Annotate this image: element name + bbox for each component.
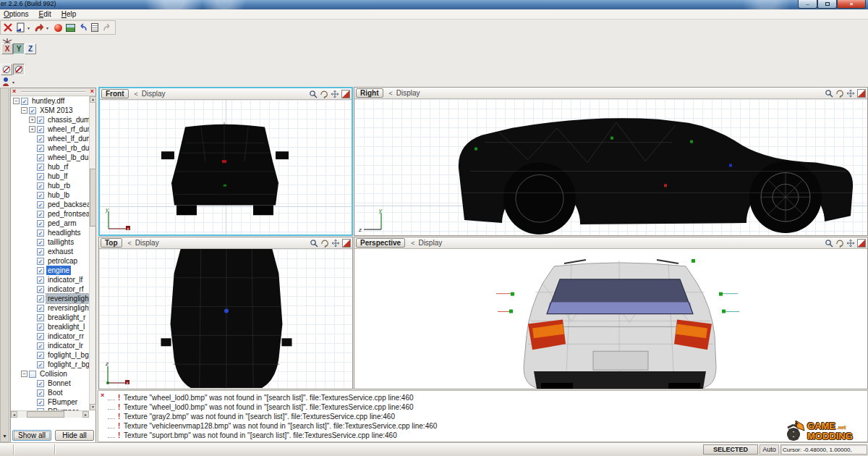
- maximize-button[interactable]: [817, 0, 837, 9]
- viewport-top[interactable]: Top < Display: [98, 237, 353, 389]
- tree-item-x5m-2013[interactable]: −✓X5M 2013: [11, 106, 89, 115]
- visibility-checkbox[interactable]: ✓: [37, 192, 44, 199]
- visibility-checkbox[interactable]: [29, 371, 36, 378]
- material-sphere-icon[interactable]: [53, 22, 63, 33]
- tree-item-reversinglight-l[interactable]: ✓reversinglight_l: [11, 294, 89, 303]
- visibility-checkbox[interactable]: ✓: [37, 295, 44, 303]
- zoom-icon[interactable]: [309, 238, 318, 248]
- viewport-front[interactable]: Front < Display: [98, 87, 353, 236]
- display-menu[interactable]: < Display: [389, 89, 420, 97]
- viewport-perspective-button[interactable]: Perspective: [356, 238, 405, 248]
- log-message[interactable]: !Texture "wheel_lod0.bmp" was not found …: [108, 402, 866, 412]
- menu-help[interactable]: Help: [61, 10, 77, 18]
- export-file-icon[interactable]: [34, 22, 44, 33]
- scroll-down-icon[interactable]: ▼: [90, 404, 96, 410]
- display-menu[interactable]: < Display: [411, 239, 442, 247]
- zoom-icon[interactable]: [824, 238, 833, 248]
- visibility-checkbox[interactable]: ✓: [37, 352, 44, 359]
- visibility-checkbox[interactable]: ✓: [37, 267, 44, 274]
- visibility-checkbox[interactable]: ✓: [37, 135, 44, 143]
- visibility-checkbox[interactable]: ✓: [21, 98, 28, 105]
- rotation-lock-pressed-icon[interactable]: [13, 64, 25, 75]
- visibility-checkbox[interactable]: ✓: [37, 286, 44, 293]
- tree-item-wheel-rf-dumm[interactable]: +✓wheel_rf_dumm: [11, 124, 89, 134]
- import-dropdown-icon[interactable]: ▾: [27, 25, 32, 30]
- visibility-checkbox[interactable]: ✓: [37, 229, 44, 237]
- tree-item-hub-lf[interactable]: ✓hub_lf: [11, 172, 89, 181]
- viewport-perspective-canvas[interactable]: [354, 249, 867, 389]
- undo-icon[interactable]: [77, 22, 88, 33]
- minus-expander-icon[interactable]: −: [13, 98, 20, 104]
- display-menu[interactable]: < Display: [128, 239, 159, 247]
- visibility-checkbox[interactable]: ✓: [37, 182, 44, 190]
- visibility-checkbox[interactable]: ✓: [37, 117, 44, 124]
- visibility-checkbox[interactable]: ✓: [37, 324, 44, 331]
- tree-item-indicator-lr[interactable]: ✓indicator_lr: [11, 341, 89, 350]
- rotate-view-icon[interactable]: [835, 238, 844, 248]
- panel-grip[interactable]: [21, 91, 85, 93]
- tree-item-bonnet[interactable]: ✓Bonnet: [11, 379, 89, 388]
- minus-expander-icon[interactable]: −: [21, 371, 27, 377]
- log-close-icon[interactable]: ×: [101, 392, 104, 399]
- axis-x-button[interactable]: X: [1, 43, 13, 54]
- viewport-right[interactable]: Right < Display: [354, 87, 868, 236]
- axis-z-button[interactable]: Z: [25, 43, 36, 54]
- visibility-checkbox[interactable]: ✓: [37, 126, 44, 133]
- redo-icon[interactable]: [102, 22, 112, 33]
- viewport-top-canvas[interactable]: z x: [99, 249, 352, 389]
- scroll-right-icon[interactable]: ►: [82, 411, 89, 418]
- pose-tool-icon[interactable]: ▾: [1, 77, 17, 87]
- visibility-checkbox[interactable]: ✓: [37, 361, 44, 368]
- viewport-right-canvas[interactable]: y z: [354, 99, 867, 235]
- visibility-checkbox[interactable]: ✓: [37, 314, 44, 321]
- tree-item-taillights[interactable]: ✓taillights: [11, 237, 89, 247]
- visibility-checkbox[interactable]: ✓: [37, 258, 44, 265]
- tree-horizontal-scrollbar[interactable]: ◄ ►: [11, 410, 89, 418]
- visibility-checkbox[interactable]: ✓: [37, 342, 44, 350]
- rotate-view-icon[interactable]: [835, 88, 844, 98]
- pose-dropdown-icon[interactable]: ▾: [12, 80, 17, 85]
- log-message[interactable]: !Texture "wheel_lod0.bmp" was not found …: [108, 393, 866, 402]
- visibility-checkbox[interactable]: ✓: [37, 164, 44, 171]
- viewport-front-button[interactable]: Front: [101, 89, 129, 98]
- import-file-icon[interactable]: [15, 22, 25, 33]
- dock-close-icon[interactable]: ×: [12, 88, 16, 95]
- tree-item-ped-arm[interactable]: ✓ped_arm: [11, 219, 89, 228]
- tree-item-exhaust[interactable]: ✓exhaust: [11, 247, 89, 256]
- zoom-icon[interactable]: [308, 89, 318, 98]
- log-message[interactable]: !Texture "vehicleenvmap128.bmp" was not …: [108, 421, 866, 431]
- panel-close-icon[interactable]: ×: [90, 88, 94, 95]
- tree-item-petrolcap[interactable]: ✓petrolcap: [11, 256, 89, 266]
- minus-expander-icon[interactable]: −: [21, 107, 27, 114]
- tree-item-indicator-lf[interactable]: ✓indicator_lf: [11, 275, 89, 284]
- viewport-top-button[interactable]: Top: [101, 238, 122, 248]
- pan-icon[interactable]: [846, 88, 855, 98]
- visibility-checkbox[interactable]: ✓: [37, 145, 44, 152]
- auto-mode-indicator[interactable]: Auto: [760, 444, 779, 455]
- rotation-lock-icon[interactable]: [1, 64, 12, 75]
- delete-icon[interactable]: [3, 22, 13, 33]
- display-menu[interactable]: < Display: [135, 90, 166, 98]
- scroll-left-icon[interactable]: ◄: [11, 411, 17, 418]
- tree-item-fbumper[interactable]: ✓FBumper: [11, 397, 89, 407]
- axis-y-button[interactable]: Y: [13, 43, 25, 54]
- tree-item-reversinglight-r[interactable]: ✓reversinglight_r: [11, 303, 89, 313]
- tree-item-headlights[interactable]: ✓headlights: [11, 228, 89, 237]
- tree-item-indicator-rr[interactable]: ✓indicator_rr: [11, 332, 89, 341]
- title-bar[interactable]: er 2.2.6 (Build 992) – ×: [0, 0, 868, 9]
- pan-icon[interactable]: [330, 89, 339, 98]
- pan-icon[interactable]: [846, 238, 855, 248]
- visibility-checkbox[interactable]: ✓: [29, 107, 36, 114]
- visibility-checkbox[interactable]: ✓: [37, 305, 44, 312]
- tree-item-breaklight-l[interactable]: ✓breaklight_l: [11, 322, 89, 332]
- tree-item-chassis-dummy[interactable]: +✓chassis_dummy: [11, 115, 89, 124]
- tree-vertical-scrollbar[interactable]: ▲ ▼: [89, 96, 95, 410]
- viewport-right-button[interactable]: Right: [356, 88, 383, 98]
- tree-item-indicator-rf[interactable]: ✓indicator_rf: [11, 284, 89, 294]
- maximize-viewport-icon[interactable]: [341, 238, 351, 248]
- tree-item-boot[interactable]: ✓Boot: [11, 388, 89, 397]
- texture-image-icon[interactable]: [65, 22, 75, 33]
- visibility-checkbox[interactable]: ✓: [37, 389, 44, 397]
- hide-all-button[interactable]: Hide all: [55, 430, 94, 441]
- visibility-checkbox[interactable]: ✓: [37, 154, 44, 161]
